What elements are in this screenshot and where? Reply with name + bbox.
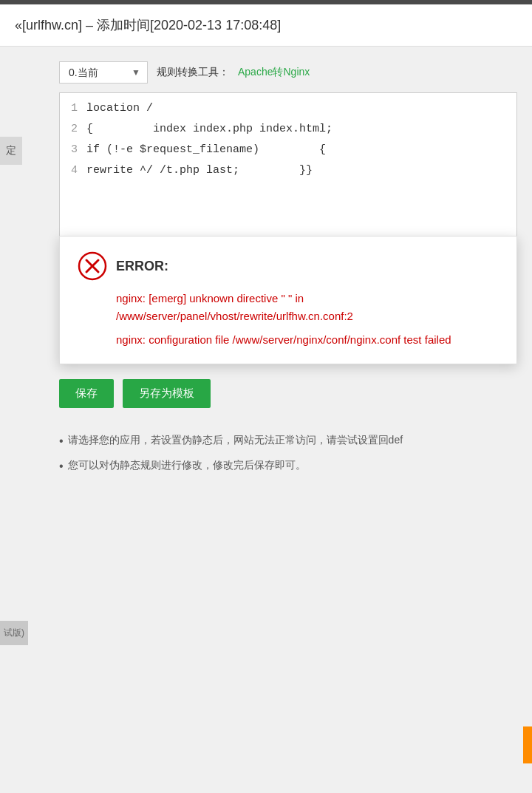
line-content-4: rewrite ^/ /t.php last; }} [86, 164, 313, 177]
hint-text-2: 您可以对伪静态规则进行修改，修改完后保存即可。 [68, 457, 306, 473]
version-select[interactable]: 0.当前 1.备份 2.备份 [59, 61, 148, 84]
line-number-1: 1 [60, 102, 86, 115]
orange-tab[interactable] [523, 726, 532, 763]
code-lines: 1 location / 2 { index index.php index.h… [60, 93, 516, 191]
hint-item-2: • 您可以对伪静态规则进行修改，修改完后保存即可。 [59, 457, 517, 476]
error-messages: nginx: [emerg] unknown directive " " in … [78, 290, 499, 349]
button-bar: 保存 另存为模板 [59, 379, 517, 408]
save-template-button[interactable]: 另存为模板 [123, 379, 211, 408]
version-select-wrapper[interactable]: 0.当前 1.备份 2.备份 ▼ [59, 61, 148, 84]
code-line-4: 4 rewrite ^/ /t.php last; }} [60, 163, 516, 183]
line-number-4: 4 [60, 164, 86, 177]
hint-bullet-2: • [59, 457, 64, 476]
title-bar: «[urlfhw.cn] – 添加时间[2020-02-13 17:08:48] [0, 4, 532, 47]
error-msg-2: nginx: configuration file /www/server/ng… [116, 331, 499, 349]
code-line-1: 1 location / [60, 101, 516, 121]
page-title: «[urlfhw.cn] – 添加时间[2020-02-13 17:08:48] [15, 18, 281, 33]
line-content-3: if (!-e $request_filename) { [86, 143, 326, 156]
error-overlay: ERROR: nginx: [emerg] unknown directive … [59, 236, 517, 364]
sidebar-label-ding: 定 [0, 137, 22, 165]
hint-item-1: • 请选择您的应用，若设置伪静态后，网站无法正常访问，请尝试设置回def [59, 432, 517, 451]
hint-text-1: 请选择您的应用，若设置伪静态后，网站无法正常访问，请尝试设置回def [68, 432, 403, 448]
error-title: ERROR: [116, 259, 168, 274]
error-header: ERROR: [78, 251, 499, 281]
error-msg-1: nginx: [emerg] unknown directive " " in … [116, 290, 499, 325]
converter-link[interactable]: Apache转Nginx [238, 66, 310, 79]
save-button[interactable]: 保存 [59, 379, 114, 408]
code-line-2: 2 { index index.php index.html; [60, 121, 516, 142]
line-number-2: 2 [60, 123, 86, 135]
toolbar: 0.当前 1.备份 2.备份 ▼ 规则转换工具： Apache转Nginx [59, 61, 517, 84]
hints-section: • 请选择您的应用，若设置伪静态后，网站无法正常访问，请尝试设置回def • 您… [59, 426, 517, 487]
converter-label: 规则转换工具： [157, 66, 229, 79]
error-circle-icon [78, 251, 107, 281]
trial-label: 试版) [0, 621, 28, 645]
hint-bullet-1: • [59, 432, 64, 451]
line-content-2: { index index.php index.html; [86, 123, 332, 135]
line-number-3: 3 [60, 143, 86, 156]
line-content-1: location / [86, 102, 160, 115]
code-line-3: 3 if (!-e $request_filename) { [60, 142, 516, 163]
